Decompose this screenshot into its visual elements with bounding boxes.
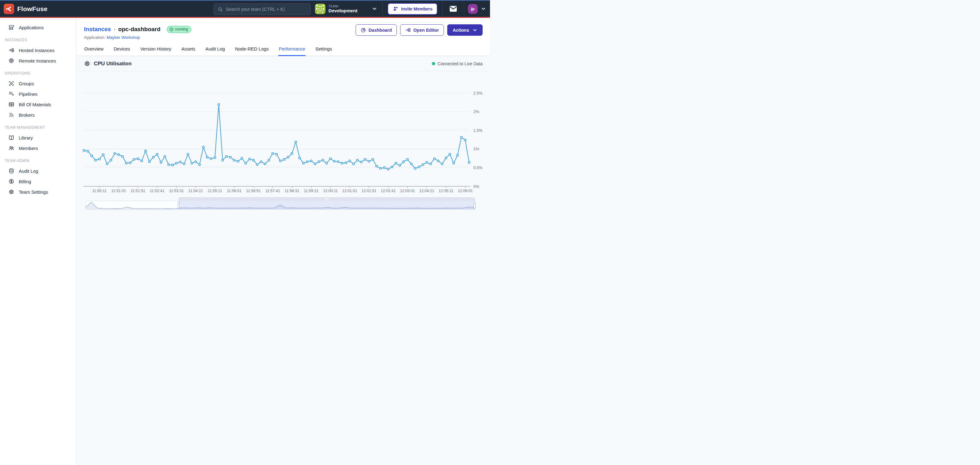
tab-assets[interactable]: Assets [181,46,196,56]
sidebar-item-audit-log[interactable]: Audit Log [0,166,76,176]
open-editor-button[interactable]: Open Editor [400,24,444,36]
sidebar-item-label: Pipelines [19,91,38,97]
user-menu[interactable]: jp [464,0,490,18]
svg-text:11:55:11: 11:55:11 [208,189,222,193]
remote-instances-icon [8,58,14,64]
chevron-down-icon [481,6,486,11]
applications-icon [8,24,14,30]
notifications-button[interactable] [442,0,464,18]
cpu-series-line [84,105,469,169]
svg-text:11:50:11: 11:50:11 [92,189,107,193]
sidebar-item-label: Members [19,145,38,151]
billing-icon [8,178,14,184]
actions-button[interactable]: Actions [447,24,483,36]
breadcrumb-instances-link[interactable]: Instances [84,26,111,33]
library-icon [8,134,14,141]
sidebar-item-bill-of-materials[interactable]: Bill Of Materials [0,99,76,110]
svg-text:11:59:21: 11:59:21 [304,189,319,193]
svg-text:12:04:21: 12:04:21 [419,189,434,193]
sidebar-item-library[interactable]: Library [0,133,76,143]
header-actions: Dashboard Open Editor Actions [356,24,483,36]
application-link[interactable]: Mayker Workshop [107,35,140,40]
tab-audit-log[interactable]: Audit Log [205,46,225,56]
svg-text:12:06:01: 12:06:01 [458,189,473,193]
members-icon [8,145,14,151]
brush-track[interactable] [86,201,179,210]
panel-title: CPU Utilisation [94,61,132,67]
svg-text:1%: 1% [473,147,479,151]
sidebar-nav: ApplicationsINSTANCESHosted InstancesRem… [0,19,76,232]
sidebar-section-operations: OPERATIONS [5,71,76,75]
sidebar-item-pipelines[interactable]: Pipelines [0,89,76,99]
search-input[interactable] [226,7,307,12]
invite-members-cell: Invite Members [383,0,442,18]
svg-text:11:56:51: 11:56:51 [246,189,261,193]
svg-text:12:01:01: 12:01:01 [342,189,358,193]
invite-members-button[interactable]: Invite Members [388,3,438,15]
brokers-icon [8,112,14,118]
sidebar-item-brokers[interactable]: Brokers [0,110,76,120]
brush-handle-left[interactable] [178,202,180,208]
team-name: Development [329,8,358,13]
grid-lines [84,93,469,168]
envelope-icon [449,6,457,12]
live-status: Connected to Live Data [432,61,483,66]
page-title: opc-dashboard [118,26,160,33]
tab-node-red-logs[interactable]: Node-RED Logs [235,46,269,56]
x-axis-labels: 11:50:1111:51:0111:51:5111:52:4111:53:31… [92,186,473,193]
time-range-brush [86,197,475,210]
sidebar-item-team-settings[interactable]: Team Settings [0,187,76,197]
play-circle-icon [170,27,173,31]
team-search[interactable] [214,3,311,15]
team-selector[interactable]: TEAM: Development [310,0,382,18]
sidebar-item-label: Remote Instances [19,58,56,64]
sidebar-item-label: Library [19,135,33,141]
bill-of-materials-icon [8,101,14,107]
sidebar-item-label: Groups [19,81,34,86]
svg-text:12:01:51: 12:01:51 [361,189,377,193]
tab-version-history[interactable]: Version History [140,46,172,56]
sidebar-item-label: Audit Log [19,168,38,174]
sidebar-item-label: Billing [19,179,31,184]
cpu-series-points[interactable] [83,104,470,170]
svg-text:12:00:11: 12:00:11 [323,189,338,193]
brush-selection[interactable] [179,201,475,210]
brush-handle-right[interactable] [474,202,476,208]
svg-text:2.5%: 2.5% [473,91,483,96]
svg-text:0%: 0% [473,184,479,189]
user-plus-icon [393,6,398,12]
svg-text:11:52:41: 11:52:41 [150,189,165,193]
cpu-utilisation-chart[interactable]: 0%0.5%1%1.5%2%2.5%11:50:1111:51:0111:51:… [84,71,485,195]
dashboard-button[interactable]: Dashboard [356,24,397,36]
tab-devices[interactable]: Devices [113,46,130,56]
svg-text:11:53:31: 11:53:31 [169,189,184,193]
sidebar-item-members[interactable]: Members [0,143,76,153]
live-dot-icon [432,62,435,65]
svg-text:11:56:01: 11:56:01 [227,189,242,193]
chevron-down-icon [473,28,477,32]
sidebar-item-groups[interactable]: Groups [0,78,76,89]
brush-drag-bar[interactable] [179,197,475,201]
groups-icon [8,80,14,86]
brand[interactable]: FlowFuse [4,4,48,14]
sidebar-item-remote-instances[interactable]: Remote Instances [0,56,76,66]
sidebar-item-applications[interactable]: Applications [0,22,76,33]
svg-text:1.5%: 1.5% [473,128,483,133]
live-status-label: Connected to Live Data [438,61,483,66]
tab-overview[interactable]: Overview [84,46,104,56]
flowfuse-logo-icon [4,4,14,14]
invite-members-label: Invite Members [401,6,433,11]
tab-settings[interactable]: Settings [315,46,332,56]
svg-text:11:51:01: 11:51:01 [111,189,126,193]
sidebar-item-hosted-instances[interactable]: Hosted Instances [0,45,76,56]
tab-performance[interactable]: Performance [278,46,305,56]
cpu-chip-icon [84,60,91,67]
sidebar-item-label: Brokers [19,112,35,118]
sidebar-item-billing[interactable]: Billing [0,176,76,187]
pie-chart-icon [361,27,366,33]
brand-name: FlowFuse [17,5,48,13]
panel-title-wrap: CPU Utilisation [84,60,132,67]
instance-header: Instances › opc-dashboard running Applic… [76,18,490,40]
main-content: Instances › opc-dashboard running Applic… [76,18,490,232]
svg-text:11:54:21: 11:54:21 [188,189,203,193]
